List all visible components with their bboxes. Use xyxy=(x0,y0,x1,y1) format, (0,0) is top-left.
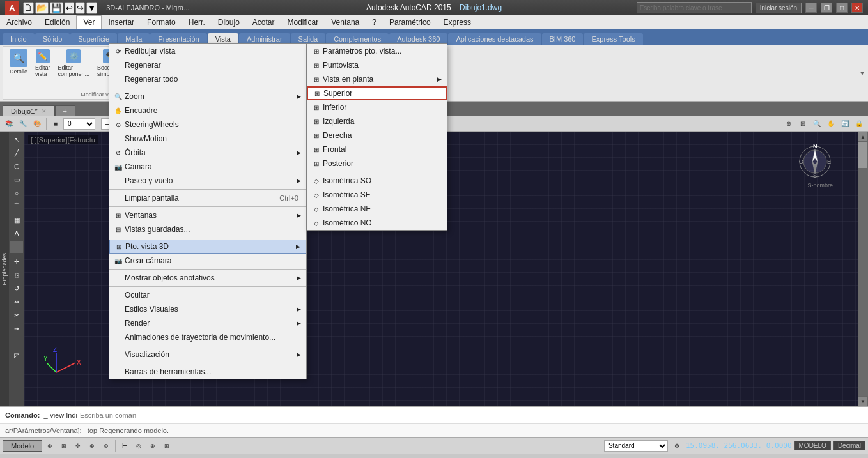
bt-ortho[interactable]: ⊢ xyxy=(118,439,131,452)
tool-fillet[interactable]: ⌐ xyxy=(10,335,23,348)
doc-tab-dibujo1[interactable]: Dibujo1* ✕ xyxy=(3,105,55,116)
bt-otrack[interactable]: ⊞ xyxy=(160,439,173,452)
tool-select[interactable]: ↖ xyxy=(10,133,23,146)
bt-snap4[interactable]: ⊕ xyxy=(86,439,98,452)
dd-mostrar-anotativos[interactable]: Mostrar objetos anotativos xyxy=(109,271,306,285)
bt-snap5[interactable]: ⊙ xyxy=(100,439,112,452)
dd-puntovista[interactable]: ⊞ Puntovista xyxy=(307,58,447,72)
dd-vistas-guardadas[interactable]: ⊟ Vistas guardadas... xyxy=(109,222,306,236)
dd-redibujar[interactable]: ⟳ Redibujar vista xyxy=(109,44,306,58)
tb-lock-btn[interactable]: 🔒 xyxy=(853,118,865,130)
dd-frontal[interactable]: ⊞ Frontal xyxy=(307,142,447,156)
tool-move[interactable]: ✛ xyxy=(10,255,23,268)
command-input[interactable] xyxy=(80,411,863,419)
layer-select[interactable]: 0 xyxy=(63,118,95,130)
dd-isometrica-se[interactable]: ◇ Isométrica SE xyxy=(307,188,447,202)
dd-encuadre[interactable]: ✋ Encuadre xyxy=(109,103,306,118)
dd-limpiar[interactable]: Limpiar pantalla Ctrl+0 xyxy=(109,191,306,205)
menu-formato[interactable]: Formato xyxy=(141,15,182,29)
menu-herr[interactable]: Herr. xyxy=(182,15,212,29)
dd-crear-camara[interactable]: 📷 Crear cámara xyxy=(109,254,306,268)
tool-rect[interactable]: ▭ xyxy=(10,173,23,186)
search-input[interactable] xyxy=(637,2,752,13)
bt-snap1[interactable]: ⊕ xyxy=(43,439,56,452)
bt-settings[interactable]: ⚙ xyxy=(670,439,683,452)
dd-posterior[interactable]: ⊞ Posterior xyxy=(307,156,447,171)
dd-regenerar-todo[interactable]: Regenerar todo xyxy=(109,72,306,86)
menu-modificar[interactable]: Modificar xyxy=(281,15,325,29)
menu-dibujo[interactable]: Dibujo xyxy=(212,15,246,29)
dd-pto-vista-3d[interactable]: ⊞ Pto. vista 3D xyxy=(109,240,306,254)
tab-express-tools[interactable]: Express Tools xyxy=(584,33,642,45)
dd-estilos-visuales[interactable]: Estilos Visuales xyxy=(109,302,306,316)
dd-derecha[interactable]: ⊞ Derecha xyxy=(307,128,447,142)
dd-showmotion[interactable]: ShowMotion xyxy=(109,132,306,146)
tb-layers-btn[interactable]: 📚 xyxy=(3,118,15,130)
dd-zoom[interactable]: 🔍 Zoom xyxy=(109,89,306,103)
tool-copy[interactable]: ⎘ xyxy=(10,268,23,281)
doc-tab-close[interactable]: ✕ xyxy=(42,108,47,114)
properties-panel[interactable]: Propiedades xyxy=(0,132,9,406)
tb-properties-btn[interactable]: 🔧 xyxy=(17,118,29,130)
save-btn[interactable]: 💾 xyxy=(50,2,63,14)
workspace-select[interactable]: Standard xyxy=(604,440,668,452)
new-btn[interactable]: 🗋 xyxy=(23,2,34,14)
dd-render[interactable]: Render xyxy=(109,316,306,330)
sign-in-btn[interactable]: Iniciar sesión xyxy=(756,3,802,13)
dd-ventanas[interactable]: ⊞ Ventanas xyxy=(109,208,306,222)
qa-dropdown[interactable]: ▼ xyxy=(86,2,97,14)
dd-barras[interactable]: ☰ Barras de herramientas... xyxy=(109,365,306,379)
tb-snap-btn[interactable]: ⊕ xyxy=(782,118,795,130)
restore-btn[interactable]: ❐ xyxy=(821,3,832,13)
dd-camara[interactable]: 📷 Cámara xyxy=(109,160,306,174)
tb-pan-btn[interactable]: ✋ xyxy=(825,118,837,130)
tool-extend[interactable]: ⇥ xyxy=(10,322,23,335)
bt-osnap[interactable]: ⊕ xyxy=(146,439,159,452)
tab-solido[interactable]: Sólido xyxy=(35,33,70,45)
right-scrollbar[interactable]: ▲ ▼ xyxy=(858,132,868,406)
tool-poly[interactable]: ⬡ xyxy=(10,160,23,172)
menu-ver[interactable]: Ver xyxy=(76,15,102,29)
app-logo[interactable]: A xyxy=(5,1,19,15)
btn-editar-vista[interactable]: ✏️ Editarvista xyxy=(33,48,53,79)
tab-inicio[interactable]: Inicio xyxy=(3,33,35,45)
dd-isometrico-no[interactable]: ◇ Isométrico NO xyxy=(307,216,447,230)
scroll-up-btn[interactable]: ▲ xyxy=(858,132,868,142)
dd-inferior[interactable]: ⊞ Inferior xyxy=(307,100,447,114)
menu-insertar[interactable]: Insertar xyxy=(102,15,141,29)
dd-izquierda[interactable]: ⊞ Izquierda xyxy=(307,114,447,128)
properties-label[interactable]: Propiedades xyxy=(1,253,8,286)
menu-edicion[interactable]: Edición xyxy=(38,15,76,29)
dd-regenerar[interactable]: Regenerar xyxy=(109,58,306,72)
tool-chamfer[interactable]: ◸ xyxy=(10,349,23,362)
dd-steeringwheels[interactable]: ⊙ SteeringWheels xyxy=(109,118,306,132)
dd-paseo[interactable]: Paseo y vuelo xyxy=(109,174,306,188)
tb-orbit-btn[interactable]: 🔄 xyxy=(839,118,851,130)
dd-ocultar[interactable]: Ocultar xyxy=(109,288,306,302)
restore2-btn[interactable]: □ xyxy=(836,3,848,13)
tool-mirror[interactable]: ⇔ xyxy=(10,295,23,308)
btn-detalle[interactable]: 🔍 Detalle xyxy=(7,48,30,76)
bt-snap2[interactable]: ⊞ xyxy=(58,439,70,452)
dd-parametros-pto-vista[interactable]: ⊞ Parámetros pto. vista... xyxy=(307,44,447,58)
tab-app-destacadas[interactable]: Aplicaciones destacadas xyxy=(448,33,541,45)
menu-express[interactable]: Express xyxy=(437,15,477,29)
bt-snap3[interactable]: ✛ xyxy=(72,439,84,452)
btn-editar-componentes[interactable]: ⚙️ Editarcomponen... xyxy=(56,48,93,79)
tool-arc[interactable]: ⌒ xyxy=(10,200,23,213)
close-btn[interactable]: ✕ xyxy=(851,3,863,13)
menu-archivo[interactable]: Archivo xyxy=(0,15,38,29)
model-tab[interactable]: Modelo xyxy=(3,440,42,452)
redo-btn[interactable]: ↪ xyxy=(75,2,85,14)
tool-line[interactable]: ╱ xyxy=(10,146,23,159)
tool-circle[interactable]: ○ xyxy=(10,187,23,199)
scroll-track[interactable] xyxy=(858,142,868,396)
tb-zoom-btn[interactable]: 🔍 xyxy=(810,118,823,130)
layer-state-btn[interactable]: ■ xyxy=(49,118,62,130)
scroll-down-btn[interactable]: ▼ xyxy=(858,396,868,406)
menu-ventana[interactable]: Ventana xyxy=(325,15,366,29)
dd-visualizacion[interactable]: Visualización xyxy=(109,347,306,362)
menu-parametrico[interactable]: Paramétrico xyxy=(383,15,437,29)
ribbon-expand[interactable]: ▼ xyxy=(859,46,865,100)
dd-orbita[interactable]: ↺ Órbita xyxy=(109,146,306,160)
